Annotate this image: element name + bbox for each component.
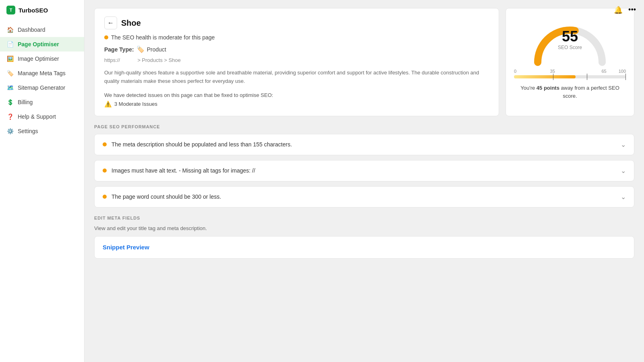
gauge-center: 55 SEO Score xyxy=(558,29,582,50)
accordion-left-3: The page word count should be 300 or les… xyxy=(103,193,621,200)
billing-icon: 💲 xyxy=(6,99,14,106)
sidebar-label-billing: Billing xyxy=(18,99,33,105)
issues-count: 3 Moderate Issues xyxy=(114,101,157,107)
page-info-card: ← Shoe The SEO health is moderate for th… xyxy=(94,8,499,116)
tick-65 xyxy=(587,74,587,80)
chevron-icon-1: ⌄ xyxy=(621,141,626,148)
main-content: 🔔 ••• ← Shoe The SEO health is moderate … xyxy=(85,0,644,362)
accordion-list: The meta description should be populated… xyxy=(94,134,634,208)
issues-intro: We have detected issues on this page can… xyxy=(104,92,489,98)
performance-section-title: PAGE SEO PERFORMANCE xyxy=(94,124,634,129)
app-logo: T TurboSEO xyxy=(0,0,84,20)
image-optimiser-icon: 🖼️ xyxy=(6,55,14,62)
issue-text-3: The page word count should be 300 or les… xyxy=(111,193,221,200)
sidebar-item-billing[interactable]: 💲 Billing xyxy=(0,95,84,109)
issue-dot-1 xyxy=(103,142,107,146)
page-title: Shoe xyxy=(121,19,141,28)
score-desc-suffix: away from a perfect SEO score. xyxy=(559,85,619,99)
sidebar-label-manage-meta-tags: Manage Meta Tags xyxy=(18,70,66,76)
back-button[interactable]: ← xyxy=(104,16,117,29)
chevron-icon-3: ⌄ xyxy=(621,193,626,201)
dashboard-icon: 🏠 xyxy=(6,26,14,33)
snippet-preview-title: Snippet Preview xyxy=(103,244,149,251)
logo-icon: T xyxy=(6,6,15,14)
page-type-label: Page Type: xyxy=(104,46,134,53)
sidebar-item-settings[interactable]: ⚙️ Settings xyxy=(0,124,84,138)
page-type-value: Product xyxy=(147,46,166,53)
accordion-item-1[interactable]: The meta description should be populated… xyxy=(94,134,634,155)
edit-meta-section: EDIT META FIELDS View and edit your titl… xyxy=(94,216,634,259)
sidebar-item-sitemap-generator[interactable]: 🗺️ Sitemap Generator xyxy=(0,80,84,95)
tick-100 xyxy=(625,74,626,80)
issue-text-1: The meta description should be populated… xyxy=(111,141,292,148)
issue-text-2: Images must have alt text. - Missing alt… xyxy=(111,167,255,174)
accordion-left-2: Images must have alt text. - Missing alt… xyxy=(103,167,621,174)
page-description: Our high-quality shoes feature a support… xyxy=(104,69,489,86)
page-type-row: Page Type: 🏷️ Product xyxy=(104,45,489,53)
accordion-item-2[interactable]: Images must have alt text. - Missing alt… xyxy=(94,160,634,181)
settings-icon: ⚙️ xyxy=(6,128,14,135)
health-message: The SEO health is moderate for this page xyxy=(111,34,215,41)
sidebar-item-manage-meta-tags[interactable]: 🏷️ Manage Meta Tags xyxy=(0,66,84,80)
sidebar-label-image-optimiser: Image Optimiser xyxy=(18,56,59,62)
issues-badge: ⚠️ 3 Moderate Issues xyxy=(104,101,489,108)
product-icon: 🏷️ xyxy=(136,45,144,53)
manage-meta-tags-icon: 🏷️ xyxy=(6,70,14,77)
app-name: TurboSEO xyxy=(19,7,48,14)
help-support-icon: ❓ xyxy=(6,113,14,120)
gauge-container: 55 SEO Score xyxy=(530,18,610,62)
sidebar-item-help-support[interactable]: ❓ Help & Support xyxy=(0,109,84,124)
sidebar-label-dashboard: Dashboard xyxy=(18,27,45,33)
edit-meta-title: EDIT META FIELDS xyxy=(94,216,634,220)
accordion-left-1: The meta description should be populated… xyxy=(103,141,621,148)
health-dot xyxy=(104,35,108,39)
bar-label-0: 0 xyxy=(514,69,516,74)
sidebar: T TurboSEO 🏠 Dashboard 📄 Page Optimiser … xyxy=(0,0,85,362)
seo-score-card: 55 SEO Score 0 35 65 100 xyxy=(506,8,634,116)
sidebar-item-dashboard[interactable]: 🏠 Dashboard xyxy=(0,23,84,37)
url-prefix: https:// xyxy=(104,57,120,63)
notification-icon[interactable]: 🔔 xyxy=(614,6,623,14)
score-bar-track xyxy=(514,75,626,78)
breadcrumb-path: > Products > Shoe xyxy=(137,57,181,63)
sidebar-label-page-optimiser: Page Optimiser xyxy=(18,41,59,47)
breadcrumb-row: https:// > Products > Shoe xyxy=(104,57,489,63)
page-optimiser-icon: 📄 xyxy=(6,41,14,48)
sidebar-label-settings: Settings xyxy=(18,128,38,134)
health-row: The SEO health is moderate for this page xyxy=(104,34,489,41)
top-section: ← Shoe The SEO health is moderate for th… xyxy=(94,8,634,116)
edit-meta-description: View and edit your title tag and meta de… xyxy=(94,225,634,231)
sidebar-label-sitemap-generator: Sitemap Generator xyxy=(18,84,65,91)
sidebar-item-page-optimiser[interactable]: 📄 Page Optimiser xyxy=(0,37,84,51)
tick-35 xyxy=(553,74,553,80)
performance-section: PAGE SEO PERFORMANCE The meta descriptio… xyxy=(94,124,634,208)
points-away: 45 points xyxy=(537,85,559,91)
accordion-item-3[interactable]: The page word count should be 300 or les… xyxy=(94,186,634,208)
topbar: 🔔 ••• xyxy=(606,0,644,20)
sitemap-generator-icon: 🗺️ xyxy=(6,84,14,91)
warning-icon: ⚠️ xyxy=(104,101,112,108)
chevron-icon-2: ⌄ xyxy=(621,167,626,175)
sidebar-label-help-support: Help & Support xyxy=(18,113,56,120)
bar-label-100: 100 xyxy=(619,69,626,74)
gauge-score: 55 xyxy=(558,29,582,44)
snippet-preview-card: Snippet Preview xyxy=(94,236,634,259)
gauge-label: SEO Score xyxy=(558,45,582,50)
sidebar-nav: 🏠 Dashboard 📄 Page Optimiser 🖼️ Image Op… xyxy=(0,20,84,362)
score-description: You're 45 points away from a perfect SEO… xyxy=(514,84,626,100)
more-options-icon[interactable]: ••• xyxy=(628,6,636,14)
issue-dot-3 xyxy=(103,195,107,199)
sidebar-item-image-optimiser[interactable]: 🖼️ Image Optimiser xyxy=(0,51,84,66)
page-title-row: ← Shoe xyxy=(104,16,489,29)
score-bar-fill xyxy=(514,75,576,78)
issue-dot-2 xyxy=(103,169,107,173)
